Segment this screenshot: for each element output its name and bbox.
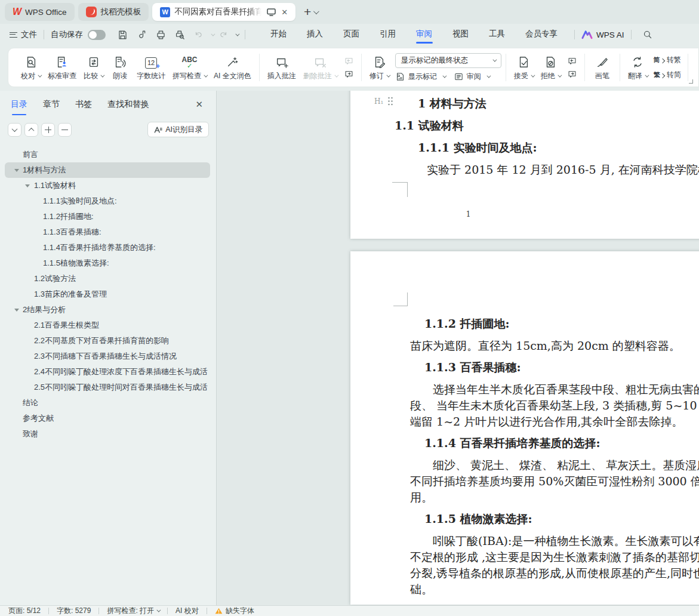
menu-tab[interactable]: 开始 <box>260 24 297 45</box>
toc-item[interactable]: 前言 <box>5 147 210 162</box>
next-comment-icon[interactable] <box>344 70 354 79</box>
tab-list-chevron-icon[interactable] <box>313 8 319 14</box>
print-preview-button[interactable] <box>172 27 187 42</box>
search-button[interactable] <box>640 27 655 42</box>
menu-tab[interactable]: 页面 <box>333 24 369 45</box>
menu-tab[interactable]: 审阅 <box>406 24 442 45</box>
ai-polish-button[interactable]: AI 全文润色 <box>210 54 255 81</box>
sidebar-tab[interactable]: 查找和替换 <box>107 99 149 115</box>
accept-change-icon <box>517 56 530 69</box>
undo-history-chevron-icon[interactable] <box>211 32 215 36</box>
export-button[interactable] <box>134 27 149 42</box>
sidebar-tab[interactable]: 目录 <box>11 99 27 115</box>
compare-button[interactable]: 比较 <box>80 54 107 81</box>
translate-button[interactable]: 翻译 <box>624 54 651 81</box>
review-pane-button[interactable]: 审阅 <box>454 72 489 82</box>
toc-item[interactable]: 2.2不同基质下对百香果扦插育苗的影响 <box>5 333 210 349</box>
redo-icon <box>218 29 229 40</box>
menu-tab[interactable]: 会员专享 <box>515 24 568 45</box>
customize-toolbar-chevron-icon[interactable] <box>235 32 239 36</box>
toc-item[interactable]: 1.1.2扦插圃地: <box>5 209 210 224</box>
to-simplified-button[interactable]: 繁 转简 <box>654 70 681 80</box>
decrease-level-button[interactable] <box>58 123 72 137</box>
toc-item[interactable]: 1.3苗床的准备及管理 <box>5 287 210 302</box>
previous-change-icon[interactable] <box>567 57 577 66</box>
ai-proofread-button[interactable]: AI 校对 <box>175 606 199 616</box>
page-indicator[interactable]: 页面: 5/12 <box>8 606 41 616</box>
menu-tab[interactable]: 工具 <box>479 24 515 45</box>
spell-check-button[interactable]: ABC✓ 拼写检查 <box>169 54 210 81</box>
toc-expand-arrow-icon[interactable] <box>14 169 19 172</box>
tab-current-document[interactable]: W 不同因素对百香果扦插育苗的 ✕ <box>152 3 295 21</box>
toc-item[interactable]: 1.1试验材料 <box>5 178 210 193</box>
save-button[interactable] <box>115 27 130 42</box>
proofread-button[interactable]: 校对 <box>17 54 44 81</box>
next-change-icon[interactable] <box>567 70 577 79</box>
autosave-label: 自动保存 <box>51 29 83 40</box>
undo-button[interactable] <box>191 27 207 42</box>
tab-wps-office[interactable]: W WPS Office <box>5 3 75 21</box>
toc-item[interactable]: 1.1.3百香果插穗: <box>5 224 210 240</box>
open-in-window-icon[interactable] <box>267 8 276 16</box>
insert-comment-button[interactable]: 插入批注 <box>264 54 300 81</box>
redo-button[interactable] <box>215 27 231 42</box>
collapse-all-button[interactable] <box>24 123 38 137</box>
standard-review-button[interactable]: 标准审查 <box>44 54 80 81</box>
expand-all-button[interactable] <box>8 123 21 137</box>
collapse-ribbon-icon[interactable] <box>689 79 693 84</box>
toc-expand-arrow-icon[interactable] <box>14 309 19 312</box>
restrict-edit-button[interactable]: 限 <box>692 54 699 81</box>
print-button[interactable] <box>153 27 168 42</box>
document-page-2[interactable]: 1.1.2 扦插圃地:苗床为遮阴。直径为 15cm,高为 20cm 的塑料容器。… <box>350 251 699 605</box>
spellcheck-chevron-icon[interactable] <box>156 608 161 612</box>
toc-item[interactable]: 2.1百香果生根类型 <box>5 318 210 333</box>
menu-tab[interactable]: 引用 <box>369 24 406 45</box>
document-page-1[interactable]: H₁ 1 材料与方法1.1 试验材料1.1.1 实验时间及地点:实验于 2015… <box>350 91 699 239</box>
to-traditional-button[interactable]: 简 转繁 <box>654 55 681 65</box>
toc-item[interactable]: 2.5不同吲哚丁酸处理时间对百香果插穗生长与成活 ... <box>5 380 210 395</box>
word-count-indicator[interactable]: 字数: 5279 <box>57 606 91 616</box>
tab-docer-templates[interactable]: 找稻壳模板 <box>78 3 149 21</box>
sidebar-tab[interactable]: 书签 <box>75 99 92 115</box>
new-tab-button[interactable]: + <box>304 5 311 19</box>
toc-expand-arrow-icon[interactable] <box>25 184 30 187</box>
delete-comment-button[interactable]: 删除批注 <box>300 54 341 81</box>
close-sidebar-icon[interactable]: ✕ <box>195 99 203 110</box>
toc-item[interactable]: 1.1.5植物激素选择: <box>5 255 210 271</box>
word-count-button[interactable]: 12+ 字数统计 <box>133 54 169 81</box>
spellcheck-indicator[interactable]: 拼写检查: 打开 <box>107 606 154 616</box>
show-markup-button[interactable]: 显示标记 <box>395 72 445 82</box>
close-tab-icon[interactable]: ✕ <box>281 8 288 17</box>
toc-item[interactable]: 2结果与分析 <box>5 302 210 318</box>
wps-ai-button[interactable]: WPS AI <box>581 30 624 39</box>
file-menu-button[interactable]: 文件 <box>10 29 37 40</box>
autosave-toggle[interactable] <box>88 30 106 40</box>
toc-item[interactable]: 1.1.1实验时间及地点: <box>5 193 210 209</box>
missing-font-warning[interactable]: 缺失字体 <box>226 606 254 616</box>
track-changes-button[interactable]: 修订 <box>366 54 393 81</box>
toc-item[interactable]: 1材料与方法 <box>5 162 210 178</box>
menu-tab[interactable]: 视图 <box>442 24 479 45</box>
toc-item[interactable]: 2.3不同插穗下百香果插穗生长与成活情况 <box>5 349 210 364</box>
dropdown-chevron-icon <box>442 74 447 78</box>
ink-brush-button[interactable]: 画笔 <box>589 54 615 81</box>
toc-item[interactable]: 2.4不同吲哚丁酸处理浓度下百香果插穗生长与成活 ... <box>5 364 210 380</box>
toc-item[interactable]: 1.2试验方法 <box>5 271 210 287</box>
accept-change-button[interactable]: 接受 <box>510 54 537 81</box>
reject-change-button[interactable]: 拒绝 <box>537 54 564 81</box>
markup-state-select[interactable]: 显示标记的最终状态 <box>395 53 501 68</box>
toc-item-label: 1.1.5植物激素选择: <box>5 255 210 271</box>
read-aloud-button[interactable]: 朗读 <box>107 54 133 81</box>
ai-recognize-toc-button[interactable]: AI识别目录 <box>147 122 209 137</box>
document-line: 1.1.4 百香果扦插培养基质的选择: <box>350 435 699 451</box>
document-canvas[interactable]: H₁ 1 材料与方法1.1 试验材料1.1.1 实验时间及地点:实验于 2015… <box>217 91 699 605</box>
menu-tab[interactable]: 插入 <box>297 24 333 45</box>
increase-level-button[interactable] <box>41 123 55 137</box>
toc-item[interactable]: 参考文献 <box>5 411 210 426</box>
toc-item[interactable]: 1.1.4百香果扦插培养基质的选择: <box>5 240 210 255</box>
word-count-icon: 12+ <box>145 57 157 69</box>
sidebar-tab[interactable]: 章节 <box>43 99 60 115</box>
toc-item[interactable]: 结论 <box>5 395 210 411</box>
previous-comment-icon[interactable] <box>344 57 354 66</box>
toc-item[interactable]: 致谢 <box>5 426 210 442</box>
